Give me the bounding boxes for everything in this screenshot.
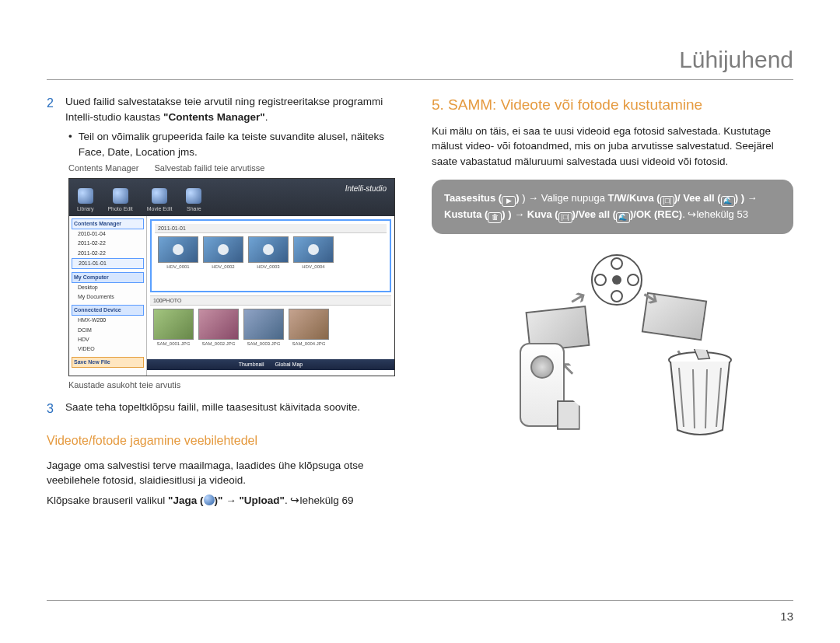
toolbar-library: Library bbox=[77, 188, 93, 213]
display-icon: |□| bbox=[660, 196, 674, 207]
globe-icon bbox=[204, 494, 215, 505]
step-2: 2 Uued failid salvestatakse teie arvutil… bbox=[47, 94, 408, 124]
sidebar-item: VIDEO bbox=[72, 344, 144, 354]
video-thumbnails: HDV_0001 HDV_0002 HDV_0003 HDV_0004 bbox=[155, 233, 387, 274]
photo-icon bbox=[198, 309, 239, 340]
caption-contents-manager: Contents Manager bbox=[68, 162, 139, 175]
video-thumb: HDV_0004 bbox=[293, 236, 334, 271]
photo-thumbnails: SAM_0001.JPG SAM_0002.JPG SAM_0003.JPG S… bbox=[150, 306, 391, 351]
step-text: Uued failid salvestatakse teie arvutil n… bbox=[65, 94, 408, 124]
footer-rule bbox=[47, 600, 793, 601]
step-number: 2 bbox=[47, 94, 58, 124]
photo-thumb: SAM_0001.JPG bbox=[153, 309, 194, 348]
footer-global-map: Global Map bbox=[275, 361, 303, 369]
page-title: Lühijuhend bbox=[47, 47, 793, 80]
delete-icon: 🗑 bbox=[488, 212, 502, 223]
left-column: 2 Uued failid salvestatakse teie arvutil… bbox=[47, 94, 408, 508]
instructions-box: Taasesitus (▶) ) → Valige nupuga T/W/Kuv… bbox=[432, 180, 793, 234]
sidebar-item: DCIM bbox=[72, 326, 144, 335]
sidebar-head-contents-manager: Contents Manager bbox=[72, 218, 144, 229]
screenshot-caption-bottom: Kaustade asukoht teie arvutis bbox=[68, 379, 408, 392]
step-text: Saate teha topeltklõpsu failil, mille ta… bbox=[65, 400, 360, 418]
bullet-text: Teil on võimalik grupeerida faile ka tei… bbox=[79, 129, 408, 159]
step-5-paragraph: Kui mälu on täis, ei saa te uusi videoid… bbox=[432, 124, 793, 169]
sidebar-item: 2011-02-22 bbox=[72, 239, 144, 248]
underwater-icon: 🌊 bbox=[616, 212, 630, 223]
photo-thumb: SAM_0003.JPG bbox=[243, 309, 284, 348]
photo-icon bbox=[153, 309, 194, 340]
right-column: 5. SAMM: Videote või fotode kustutamine … bbox=[432, 94, 793, 508]
sidebar-item-selected: 2011-01-01 bbox=[72, 258, 144, 269]
bullet-item: Teil on võimalik grupeerida faile ka tei… bbox=[68, 129, 408, 159]
video-thumb: HDV_0001 bbox=[158, 236, 198, 271]
page-number: 13 bbox=[780, 610, 793, 623]
sidebar-head-connected-device: Connected Device bbox=[72, 305, 144, 316]
sidebar-item: HMX-W200 bbox=[72, 316, 144, 325]
step-3: 3 Saate teha topeltklõpsu failil, mille … bbox=[47, 400, 408, 418]
play-icon bbox=[203, 236, 243, 263]
two-column-layout: 2 Uued failid salvestatakse teie arvutil… bbox=[47, 94, 793, 508]
share-icon bbox=[186, 188, 201, 204]
play-icon bbox=[248, 236, 289, 263]
delete-illustration: ➔ ➔ ➔ ➔ bbox=[465, 250, 761, 436]
photo-folder-bar: 100PHOTO bbox=[150, 296, 391, 306]
video-thumb: HDV_0003 bbox=[248, 236, 289, 271]
app-toolbar: Library Photo Edit Movie Edit Share Inte… bbox=[69, 179, 394, 216]
photo-icon bbox=[289, 309, 329, 340]
screenshot-caption-top: Contents Manager Salvestab failid teie a… bbox=[68, 162, 408, 175]
app-footer-bar: Thumbnail Global Map bbox=[147, 359, 394, 370]
date-bar: 2011-01-01 bbox=[155, 224, 387, 233]
manual-page: Lühijuhend 2 Uued failid salvestatakse t… bbox=[0, 0, 840, 643]
toolbar-share: Share bbox=[186, 188, 201, 213]
step-5-heading: 5. SAMM: Videote või fotode kustutamine bbox=[432, 94, 793, 116]
underwater-icon: 🌊 bbox=[721, 196, 735, 207]
app-logo: Intelli-studio bbox=[345, 183, 387, 195]
footer-thumbnail: Thumbnail bbox=[239, 361, 264, 369]
app-content: 2011-01-01 HDV_0001 HDV_0002 HDV_0003 HD… bbox=[147, 216, 394, 376]
step-number: 3 bbox=[47, 400, 58, 418]
photo-thumb: SAM_0002.JPG bbox=[198, 309, 239, 348]
app-body: Contents Manager 2010-01-04 2011-02-22 2… bbox=[69, 216, 394, 376]
display-icon: |□| bbox=[558, 212, 572, 223]
photo-thumb: SAM_0004.JPG bbox=[289, 309, 329, 348]
sidebar-item: HDV bbox=[72, 335, 144, 344]
sd-card-icon bbox=[557, 400, 580, 430]
play-icon bbox=[293, 236, 334, 263]
video-thumb: HDV_0002 bbox=[203, 236, 243, 271]
svg-point-1 bbox=[612, 275, 621, 285]
trash-can-icon bbox=[663, 349, 737, 436]
sharing-paragraph-2: Klõpsake brauseril valikul "Jaga ()" → "… bbox=[47, 493, 408, 508]
app-sidebar: Contents Manager 2010-01-04 2011-02-22 2… bbox=[69, 216, 147, 376]
toolbar-photo-edit: Photo Edit bbox=[107, 188, 132, 213]
play-icon bbox=[158, 236, 198, 263]
caption-saves-files: Salvestab failid teie arvutisse bbox=[155, 162, 265, 175]
sidebar-item: Desktop bbox=[72, 283, 144, 292]
video-panel: 2011-01-01 HDV_0001 HDV_0002 HDV_0003 HD… bbox=[150, 219, 391, 292]
sidebar-save-new-file: Save New File bbox=[72, 357, 144, 368]
movie-edit-icon bbox=[152, 188, 167, 204]
intelli-studio-screenshot: Library Photo Edit Movie Edit Share Inte… bbox=[68, 178, 395, 376]
sharing-paragraph-1: Jagage oma salvestisi terve maailmaga, l… bbox=[47, 458, 408, 488]
sidebar-item: 2010-01-04 bbox=[72, 229, 144, 239]
step2-end: . bbox=[265, 111, 268, 123]
photo-edit-icon bbox=[113, 188, 128, 204]
sidebar-item: My Documents bbox=[72, 292, 144, 302]
toolbar-movie-edit: Movie Edit bbox=[147, 188, 173, 213]
sidebar-head-my-computer: My Computer bbox=[72, 272, 144, 283]
photo-icon bbox=[243, 309, 284, 340]
sharing-subhead: Videote/fotode jagamine veebilehtedel bbox=[47, 432, 408, 449]
play-button-icon: ▶ bbox=[502, 196, 516, 207]
sidebar-item: 2011-02-22 bbox=[72, 249, 144, 258]
step2-bold: "Contents Manager" bbox=[163, 111, 265, 123]
film-reel-icon bbox=[590, 253, 644, 307]
photo-panel: 100PHOTO SAM_0001.JPG SAM_0002.JPG SAM_0… bbox=[150, 295, 391, 356]
library-icon bbox=[78, 188, 93, 204]
